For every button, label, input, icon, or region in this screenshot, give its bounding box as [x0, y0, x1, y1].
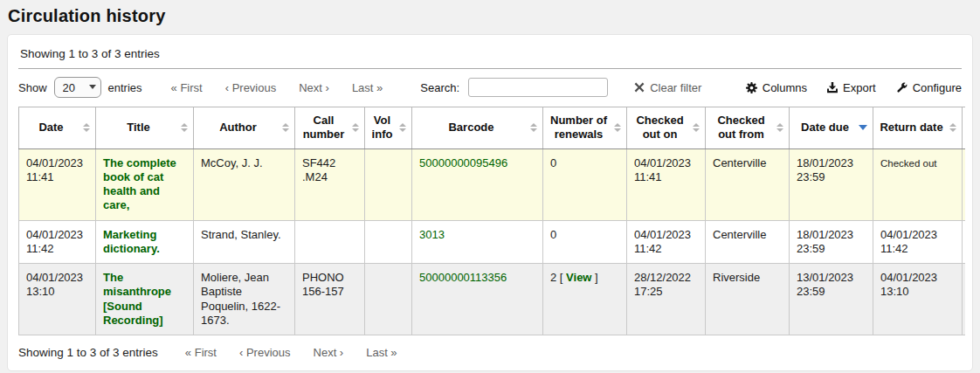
export-button[interactable]: Export — [826, 81, 876, 94]
sort-down-arrow — [614, 128, 621, 132]
view-renewals-link[interactable]: View — [566, 271, 591, 284]
sort-arrows-icon — [614, 123, 621, 132]
checked-out-from-cell: Centerville — [706, 220, 790, 264]
clipped-column — [963, 107, 966, 149]
sort-down-arrow — [399, 128, 406, 132]
sort-up-arrow — [614, 123, 621, 127]
column-header-label: Number of renewals — [550, 114, 607, 141]
title-cell: The complete book of cat health and care… — [96, 149, 194, 220]
date-due-cell: 13/01/2023 23:59 — [790, 264, 873, 335]
table-toolbar: Columns Export Configure — [745, 81, 962, 94]
columns-button-label: Columns — [763, 81, 807, 94]
wrench-icon — [895, 81, 908, 94]
checked-out-from-cell: Riverside — [706, 264, 790, 335]
sort-up-arrow — [282, 123, 289, 127]
column-header-barcode[interactable]: Barcode — [412, 107, 543, 149]
page-title: Circulation history — [0, 0, 980, 34]
renewals-cell: 2 [ View ] — [543, 264, 627, 335]
date-due-cell: 18/01/2023 23:59 — [790, 220, 873, 264]
show-label: Show — [18, 81, 47, 94]
sort-up-arrow — [949, 123, 956, 127]
column-header-vol-info[interactable]: Vol info — [365, 107, 412, 149]
return-date-cell: 04/01/2023 11:42 — [873, 220, 963, 264]
pagination-last-button[interactable]: Last » — [341, 81, 394, 94]
sort-arrows-icon — [949, 123, 956, 132]
date-cell: 04/01/2023 11:41 — [19, 149, 96, 220]
title-cell: The misanthrope [Sound Recording] — [96, 264, 194, 335]
barcode-cell: 50000000113356 — [412, 264, 543, 335]
pagination-first-button[interactable]: « First — [160, 81, 214, 94]
sort-down-arrow — [693, 128, 700, 132]
clear-filter-button[interactable]: Clear filter — [634, 81, 701, 94]
pagination-next-button[interactable]: Next › — [287, 81, 341, 94]
page-length-select-wrap: 20 — [54, 77, 101, 98]
title-link[interactable]: Marketing dictionary. — [103, 228, 160, 255]
date-cell: 04/01/2023 11:42 — [19, 220, 96, 264]
clipped-column — [963, 149, 966, 220]
column-header-label: Vol info — [372, 114, 393, 141]
checked-out-on-cell: 04/01/2023 11:42 — [627, 220, 706, 264]
column-header-checked-out-from[interactable]: Checked out from — [706, 107, 790, 149]
checked-out-on-cell: 04/01/2023 11:41 — [627, 149, 706, 220]
sort-up-arrow — [399, 123, 406, 127]
configure-button[interactable]: Configure — [895, 81, 962, 94]
column-header-number-of-renewals[interactable]: Number of renewals — [543, 107, 627, 149]
sort-arrows-icon — [693, 123, 700, 132]
sort-up-arrow — [693, 123, 700, 127]
vol-info-cell — [365, 149, 412, 220]
table-scroll-area[interactable]: DateTitleAuthorCall numberVol infoBarcod… — [18, 107, 965, 335]
pagination-previous-button[interactable]: ‹ Previous — [214, 81, 288, 94]
call-number-cell — [295, 220, 365, 264]
barcode-cell: 3013 — [412, 220, 543, 264]
barcode-link[interactable]: 50000000095496 — [419, 156, 507, 169]
renewals-cell: 0 — [543, 220, 627, 264]
export-button-label: Export — [843, 81, 876, 94]
column-header-title[interactable]: Title — [96, 107, 194, 149]
column-header-label: Title — [127, 121, 150, 134]
checked-out-status-badge: Checked out — [880, 158, 937, 169]
sort-up-arrow — [352, 123, 359, 127]
vol-info-cell — [365, 264, 412, 335]
column-header-author[interactable]: Author — [194, 107, 295, 149]
title-link[interactable]: The misanthrope [Sound Recording] — [103, 271, 171, 327]
clear-filter-label: Clear filter — [650, 81, 701, 94]
column-header-call-number[interactable]: Call number — [295, 107, 365, 149]
barcode-link[interactable]: 3013 — [419, 228, 445, 241]
sort-down-arrow — [83, 128, 90, 132]
checked-out-from-cell: Centerville — [706, 149, 790, 220]
search-input[interactable] — [468, 78, 608, 97]
title-link[interactable]: The complete book of cat health and care… — [103, 156, 176, 212]
sort-arrows-icon — [352, 123, 359, 132]
entries-label: entries — [108, 81, 142, 94]
date-due-cell: 18/01/2023 23:59 — [790, 149, 873, 220]
sort-down-arrow — [352, 128, 359, 132]
sort-down-arrow — [530, 128, 537, 132]
call-number-cell: SF442 .M24 — [295, 149, 365, 220]
barcode-cell: 50000000095496 — [412, 149, 543, 220]
column-header-date[interactable]: Date — [19, 107, 96, 149]
sort-down-arrow — [282, 128, 289, 132]
date-cell: 04/01/2023 13:10 — [19, 264, 96, 335]
author-cell: Strand, Stanley. — [194, 220, 295, 264]
search-label: Search: — [420, 81, 459, 94]
table-row: 04/01/2023 13:10The misanthrope [Sound R… — [19, 264, 966, 335]
pagination-next-button[interactable]: Next › — [302, 346, 355, 359]
column-header-date-due[interactable]: Date due — [790, 107, 873, 149]
pagination-last-button[interactable]: Last » — [355, 346, 408, 359]
circulation-history-table: DateTitleAuthorCall numberVol infoBarcod… — [18, 107, 965, 335]
sort-arrows-icon — [83, 123, 90, 132]
sort-down-arrow — [949, 128, 956, 132]
clipped-column — [963, 220, 966, 264]
page-length-select[interactable]: 20 — [54, 77, 101, 98]
column-header-checked-out-on[interactable]: Checked out on — [627, 107, 706, 149]
x-icon — [634, 82, 645, 93]
return-date-cell: 04/01/2023 13:10 — [873, 264, 963, 335]
column-header-return-date[interactable]: Return date — [873, 107, 963, 149]
column-header-label: Checked out from — [717, 114, 764, 141]
clipped-column — [963, 264, 966, 335]
pagination-first-button[interactable]: « First — [174, 346, 228, 359]
barcode-link[interactable]: 50000000113356 — [419, 271, 507, 284]
columns-button[interactable]: Columns — [745, 81, 807, 94]
pagination-previous-button[interactable]: ‹ Previous — [228, 346, 302, 359]
call-number-cell: PHONO 156-157 — [295, 264, 365, 335]
